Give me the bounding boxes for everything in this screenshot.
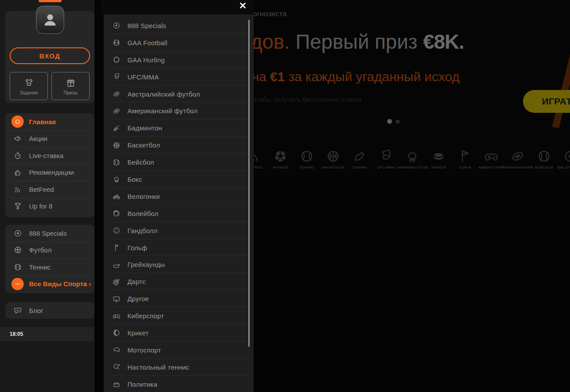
sport-menu-item-17[interactable]: Киберспорт bbox=[104, 307, 254, 324]
sidebar-nav-item-5-label: Up for 8 bbox=[29, 202, 52, 210]
bike-icon bbox=[112, 192, 121, 201]
sport-menu-item-20[interactable]: Настольный теннис bbox=[104, 359, 254, 376]
sport-menu-item-5-label: Американский футбол bbox=[127, 107, 198, 115]
chevron-right-icon: › bbox=[89, 280, 91, 288]
helmet-icon bbox=[112, 345, 121, 354]
all-sports-panel: 888 SpecialsGAA FootballGAA HurlingUFC/M… bbox=[104, 0, 254, 392]
sport-menu-item-1[interactable]: GAA Football bbox=[104, 34, 254, 51]
sidebar-nav-item-2[interactable]: Live-ставка bbox=[5, 147, 94, 164]
sidebar-item-blog[interactable]: Блог bbox=[5, 302, 94, 319]
sport-menu-item-10-label: Велогонки bbox=[127, 193, 160, 200]
sidebar-nav-item-3[interactable]: Рекомендации bbox=[5, 164, 94, 181]
sidebar-nav-item-0-label: Главная bbox=[29, 118, 56, 126]
sport-menu-item-6[interactable]: Бадминтон bbox=[104, 119, 254, 137]
sport-menu-item-18[interactable]: Крикет bbox=[104, 324, 254, 342]
sport-menu-item-7[interactable]: Баскетбол bbox=[104, 137, 254, 154]
blog-card: Блог bbox=[5, 302, 94, 319]
panel-header bbox=[101, 0, 254, 14]
sidebar-nav-item-3-label: Рекомендации bbox=[29, 169, 74, 176]
golf-icon bbox=[112, 243, 121, 252]
sidebar-nav-item-0[interactable]: Главная bbox=[5, 113, 94, 130]
close-button[interactable] bbox=[238, 0, 247, 10]
trophy-icon bbox=[13, 201, 22, 211]
basketball-icon bbox=[112, 141, 121, 150]
volleyball-icon bbox=[112, 209, 121, 218]
sidebar-nav-item-1[interactable]: Акции bbox=[5, 130, 94, 147]
home-icon bbox=[14, 118, 21, 125]
person-icon bbox=[41, 11, 59, 29]
ballot-icon bbox=[112, 380, 121, 388]
sport-menu-item-8[interactable]: Бейсбол bbox=[104, 154, 254, 171]
login-button[interactable]: ВХОД bbox=[10, 47, 90, 64]
sport-menu-item-4-label: Австралийский футбол bbox=[127, 90, 200, 98]
sport-menu-item-11[interactable]: Волейбол bbox=[104, 205, 254, 222]
sidebar-nav-item-4-label: BetFeed bbox=[29, 186, 54, 193]
nav-menu: ГлавнаяАкцииLive-ставкаРекомендацииBetFe… bbox=[5, 113, 94, 217]
sport-menu-item-14[interactable]: Грейхаунды bbox=[104, 256, 254, 273]
sport-menu-item-2-label: GAA Hurling bbox=[127, 56, 165, 64]
sidebar-sport-item-0-label: 888 Specials bbox=[29, 230, 67, 237]
baseball-icon bbox=[112, 158, 121, 167]
sidebar-sport-item-3-label: Все Виды Спорта bbox=[29, 280, 87, 288]
sport-menu-item-11-label: Волейбол bbox=[127, 210, 158, 217]
tennis-icon bbox=[13, 263, 22, 272]
rugby-icon bbox=[112, 107, 121, 115]
sport-menu-item-5[interactable]: Американский футбол bbox=[104, 102, 254, 119]
sport-menu-item-21-label: Политика bbox=[127, 381, 157, 388]
dart-icon bbox=[112, 277, 121, 286]
sport-menu-item-19[interactable]: Мотоспорт bbox=[104, 342, 254, 359]
scrollbar-thumb[interactable] bbox=[248, 20, 250, 347]
sport-menu-item-10[interactable]: Велогонки bbox=[104, 188, 254, 205]
top-logo-bar bbox=[39, 0, 62, 2]
sport-menu-item-0-label: 888 Specials bbox=[127, 22, 166, 29]
sidebar-sport-item-3[interactable]: Все Виды Спорта› bbox=[5, 276, 94, 293]
sport-menu-item-13[interactable]: Гольф bbox=[104, 239, 254, 256]
tshirt-icon bbox=[23, 77, 35, 89]
sport-menu-item-20-label: Настольный теннис bbox=[127, 363, 189, 371]
sport-menu-item-14-label: Грейхаунды bbox=[127, 261, 165, 268]
sport-menu-item-13-label: Гольф bbox=[127, 244, 147, 252]
chat-icon bbox=[13, 306, 22, 315]
tasks-button[interactable]: Задания bbox=[10, 72, 48, 100]
prizes-label: Призы bbox=[64, 90, 78, 95]
sport-menu-item-18-label: Крикет bbox=[127, 329, 149, 337]
sport-menu-item-9[interactable]: Бокс bbox=[104, 171, 254, 188]
sport-menu-item-21[interactable]: Политика bbox=[104, 376, 254, 392]
sport-menu-item-19-label: Мотоспорт bbox=[127, 346, 161, 354]
glove-icon bbox=[112, 72, 121, 81]
profile-card: ВХОД Задания Призы bbox=[5, 11, 94, 103]
sidebar-nav-item-5[interactable]: Up for 8 bbox=[5, 198, 94, 215]
sport-menu-item-16-label: Другое bbox=[127, 295, 149, 302]
megaphone-icon bbox=[13, 134, 22, 143]
home-badge bbox=[11, 115, 24, 128]
gaa-icon bbox=[112, 38, 121, 47]
dog-icon bbox=[112, 260, 121, 269]
blog-label: Блог bbox=[29, 307, 43, 314]
stopwatch-icon bbox=[13, 151, 22, 160]
sidebar-sport-item-2[interactable]: Теннис bbox=[5, 259, 94, 276]
sidebar-nav-item-4[interactable]: BetFeed bbox=[5, 181, 94, 198]
paddle-icon bbox=[112, 363, 121, 371]
sidebar-sport-item-0[interactable]: 888 Specials bbox=[5, 225, 94, 242]
sport-menu-item-4[interactable]: Австралийский футбол bbox=[104, 86, 254, 103]
sidebar-sport-item-1[interactable]: Футбол bbox=[5, 242, 94, 259]
sport-menu-item-1-label: GAA Football bbox=[127, 39, 167, 47]
gift-icon bbox=[65, 77, 76, 89]
app-root: огнозиста дов. Первый приз €8K. на €1 за… bbox=[0, 0, 570, 392]
prizes-button[interactable]: Призы bbox=[51, 72, 90, 100]
sport-menu-item-17-label: Киберспорт bbox=[127, 312, 164, 320]
cricket-icon bbox=[112, 328, 121, 337]
avatar[interactable] bbox=[36, 6, 64, 34]
dots3-badge bbox=[11, 278, 24, 290]
rss-icon bbox=[13, 185, 22, 194]
clock: 18:05 bbox=[0, 327, 94, 341]
sport-menu-item-2[interactable]: GAA Hurling bbox=[104, 51, 254, 68]
tasks-label: Задания bbox=[20, 90, 38, 95]
sport-menu-item-12[interactable]: Гандболл bbox=[104, 222, 254, 239]
sports-list: 888 SpecialsGAA FootballGAA HurlingUFC/M… bbox=[104, 14, 254, 392]
close-icon bbox=[239, 2, 247, 9]
sport-menu-item-0[interactable]: 888 Specials bbox=[104, 17, 254, 34]
sport-menu-item-15[interactable]: Дартс bbox=[104, 273, 254, 290]
sport-menu-item-3[interactable]: UFC/MMA bbox=[104, 68, 254, 86]
sport-menu-item-16[interactable]: Другое bbox=[104, 290, 254, 307]
